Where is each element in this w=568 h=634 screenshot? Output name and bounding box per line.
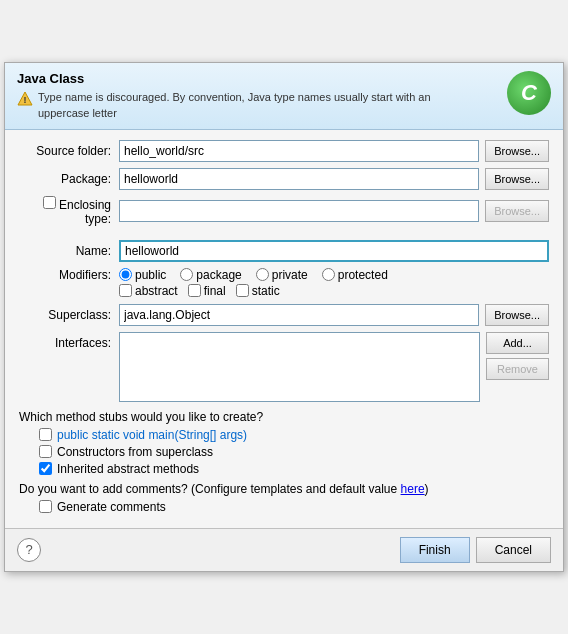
header-warning: ! Type name is discouraged. By conventio… xyxy=(17,90,437,121)
stubs-main-checkbox[interactable] xyxy=(39,428,52,441)
interfaces-buttons: Add... Remove xyxy=(486,332,549,380)
radio-package-label: package xyxy=(196,268,241,282)
stubs-main-label: public static void main(String[] args) xyxy=(57,428,247,442)
stubs-item-inherited: Inherited abstract methods xyxy=(19,462,549,476)
checkbox-final-input[interactable] xyxy=(188,284,201,297)
finish-button[interactable]: Finish xyxy=(400,537,470,563)
comments-title: Do you want to add comments? (Configure … xyxy=(19,482,549,496)
checkbox-static-label: static xyxy=(252,284,280,298)
radio-public[interactable]: public xyxy=(119,268,166,282)
eclipse-logo: C xyxy=(507,71,551,115)
source-folder-browse-button[interactable]: Browse... xyxy=(485,140,549,162)
source-folder-label: Source folder: xyxy=(19,144,119,158)
name-input[interactable] xyxy=(119,240,549,262)
package-label: Package: xyxy=(19,172,119,186)
comments-here-link[interactable]: here xyxy=(401,482,425,496)
stubs-inherited-label: Inherited abstract methods xyxy=(57,462,199,476)
checkbox-static-input[interactable] xyxy=(236,284,249,297)
radio-protected[interactable]: protected xyxy=(322,268,388,282)
java-class-dialog: Java Class ! Type name is discouraged. B… xyxy=(4,62,564,572)
dialog-footer: ? Finish Cancel xyxy=(5,528,563,571)
stubs-item-constructors: Constructors from superclass xyxy=(19,445,549,459)
dialog-header: Java Class ! Type name is discouraged. B… xyxy=(5,63,563,130)
modifiers-radio-group: public package private protected xyxy=(119,268,388,282)
stubs-constructors-checkbox[interactable] xyxy=(39,445,52,458)
enclosing-type-row: Enclosing type: Browse... xyxy=(19,196,549,226)
checkbox-static[interactable]: static xyxy=(236,284,280,298)
cancel-button[interactable]: Cancel xyxy=(476,537,551,563)
radio-private-label: private xyxy=(272,268,308,282)
header-left: Java Class ! Type name is discouraged. B… xyxy=(17,71,437,121)
stubs-item-main: public static void main(String[] args) xyxy=(19,428,549,442)
generate-comments-label: Generate comments xyxy=(57,500,166,514)
superclass-row: Superclass: Browse... xyxy=(19,304,549,326)
checkbox-abstract[interactable]: abstract xyxy=(119,284,178,298)
enclosing-type-input[interactable] xyxy=(119,200,479,222)
warning-icon: ! xyxy=(17,91,33,107)
source-folder-input[interactable] xyxy=(119,140,479,162)
package-row: Package: Browse... xyxy=(19,168,549,190)
interfaces-remove-button[interactable]: Remove xyxy=(486,358,549,380)
radio-package[interactable]: package xyxy=(180,268,241,282)
superclass-label: Superclass: xyxy=(19,308,119,322)
radio-package-input[interactable] xyxy=(180,268,193,281)
help-button[interactable]: ? xyxy=(17,538,41,562)
superclass-browse-button[interactable]: Browse... xyxy=(485,304,549,326)
interfaces-add-button[interactable]: Add... xyxy=(486,332,549,354)
radio-protected-label: protected xyxy=(338,268,388,282)
modifiers-label: Modifiers: xyxy=(19,268,119,282)
package-browse-button[interactable]: Browse... xyxy=(485,168,549,190)
dialog-title: Java Class xyxy=(17,71,437,86)
modifiers-section: Modifiers: public package private xyxy=(19,268,549,298)
checkbox-final[interactable]: final xyxy=(188,284,226,298)
svg-text:!: ! xyxy=(24,95,27,105)
package-input[interactable] xyxy=(119,168,479,190)
generate-comments-checkbox[interactable] xyxy=(39,500,52,513)
interfaces-box[interactable] xyxy=(119,332,480,402)
radio-private-input[interactable] xyxy=(256,268,269,281)
stubs-inherited-checkbox[interactable] xyxy=(39,462,52,475)
comments-section: Do you want to add comments? (Configure … xyxy=(19,482,549,514)
interfaces-section: Interfaces: Add... Remove xyxy=(19,332,549,402)
modifiers-row: Modifiers: public package private xyxy=(19,268,549,282)
radio-protected-input[interactable] xyxy=(322,268,335,281)
checkbox-abstract-input[interactable] xyxy=(119,284,132,297)
warning-text: Type name is discouraged. By convention,… xyxy=(38,90,437,121)
name-row: Name: xyxy=(19,240,549,262)
enclosing-type-label: Enclosing type: xyxy=(19,196,119,226)
radio-public-label: public xyxy=(135,268,166,282)
radio-public-input[interactable] xyxy=(119,268,132,281)
checkbox-abstract-label: abstract xyxy=(135,284,178,298)
enclosing-type-checkbox[interactable] xyxy=(43,196,56,209)
dialog-body: Source folder: Browse... Package: Browse… xyxy=(5,130,563,528)
modifiers-checkbox-group: abstract final static xyxy=(19,284,549,298)
comments-item: Generate comments xyxy=(19,500,549,514)
superclass-input[interactable] xyxy=(119,304,479,326)
source-folder-row: Source folder: Browse... xyxy=(19,140,549,162)
radio-private[interactable]: private xyxy=(256,268,308,282)
interfaces-label: Interfaces: xyxy=(19,332,119,350)
checkbox-final-label: final xyxy=(204,284,226,298)
name-label: Name: xyxy=(19,244,119,258)
enclosing-type-browse-button[interactable]: Browse... xyxy=(485,200,549,222)
footer-buttons: Finish Cancel xyxy=(400,537,551,563)
stubs-constructors-label: Constructors from superclass xyxy=(57,445,213,459)
stubs-title: Which method stubs would you like to cre… xyxy=(19,410,549,424)
eclipse-logo-letter: C xyxy=(521,80,537,106)
stubs-section: Which method stubs would you like to cre… xyxy=(19,410,549,476)
